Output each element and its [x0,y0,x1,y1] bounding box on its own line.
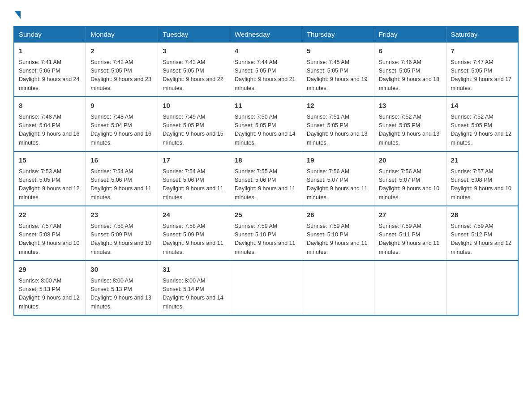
calendar-cell [446,261,518,315]
calendar-cell: 11 Sunrise: 7:50 AM Sunset: 5:05 PM Dayl… [230,97,302,151]
calendar-cell: 5 Sunrise: 7:45 AM Sunset: 5:05 PM Dayli… [302,42,374,97]
day-info: Sunrise: 7:41 AM Sunset: 5:06 PM Dayligh… [19,58,81,93]
calendar-header-monday: Monday [86,26,158,42]
calendar-cell: 10 Sunrise: 7:49 AM Sunset: 5:05 PM Dayl… [158,97,230,151]
day-info: Sunrise: 7:54 AM Sunset: 5:06 PM Dayligh… [90,167,153,202]
day-info: Sunrise: 7:44 AM Sunset: 5:05 PM Dayligh… [235,58,297,93]
calendar-header-friday: Friday [374,26,446,42]
logo-triangle-icon [14,11,21,19]
calendar-cell: 27 Sunrise: 7:59 AM Sunset: 5:11 PM Dayl… [374,206,446,261]
day-number: 21 [451,155,513,166]
calendar-week-row: 1 Sunrise: 7:41 AM Sunset: 5:06 PM Dayli… [14,42,518,97]
calendar-header-thursday: Thursday [302,26,374,42]
day-info: Sunrise: 7:59 AM Sunset: 5:10 PM Dayligh… [307,222,369,257]
calendar-header-sunday: Sunday [14,26,86,42]
day-number: 13 [379,101,442,111]
day-number: 3 [163,46,225,56]
calendar-cell: 30 Sunrise: 8:00 AM Sunset: 5:13 PM Dayl… [86,261,158,315]
logo [13,9,21,17]
day-number: 29 [19,265,81,275]
day-info: Sunrise: 7:56 AM Sunset: 5:07 PM Dayligh… [379,167,442,202]
day-number: 5 [307,46,369,56]
calendar-cell: 14 Sunrise: 7:52 AM Sunset: 5:05 PM Dayl… [446,97,518,151]
day-number: 4 [235,46,297,56]
day-info: Sunrise: 7:56 AM Sunset: 5:07 PM Dayligh… [307,167,369,202]
day-number: 23 [90,210,153,220]
day-info: Sunrise: 7:48 AM Sunset: 5:04 PM Dayligh… [90,113,153,148]
day-info: Sunrise: 8:00 AM Sunset: 5:13 PM Dayligh… [19,277,81,312]
calendar-cell: 31 Sunrise: 8:00 AM Sunset: 5:14 PM Dayl… [158,261,230,315]
calendar-cell: 4 Sunrise: 7:44 AM Sunset: 5:05 PM Dayli… [230,42,302,97]
calendar-header-saturday: Saturday [446,26,518,42]
calendar-cell: 1 Sunrise: 7:41 AM Sunset: 5:06 PM Dayli… [14,42,86,97]
calendar-table: SundayMondayTuesdayWednesdayThursdayFrid… [13,26,519,316]
calendar-cell: 9 Sunrise: 7:48 AM Sunset: 5:04 PM Dayli… [86,97,158,151]
day-number: 26 [307,210,369,220]
day-info: Sunrise: 7:48 AM Sunset: 5:04 PM Dayligh… [19,113,81,148]
calendar-cell: 29 Sunrise: 8:00 AM Sunset: 5:13 PM Dayl… [14,261,86,315]
day-number: 25 [235,210,297,220]
day-number: 20 [379,155,442,166]
day-number: 27 [379,210,442,220]
day-info: Sunrise: 7:54 AM Sunset: 5:06 PM Dayligh… [163,167,225,202]
day-info: Sunrise: 7:43 AM Sunset: 5:05 PM Dayligh… [163,58,225,93]
day-info: Sunrise: 7:52 AM Sunset: 5:05 PM Dayligh… [451,113,513,148]
day-info: Sunrise: 7:42 AM Sunset: 5:05 PM Dayligh… [90,58,153,93]
calendar-week-row: 22 Sunrise: 7:57 AM Sunset: 5:08 PM Dayl… [14,206,518,261]
day-info: Sunrise: 7:57 AM Sunset: 5:08 PM Dayligh… [19,222,81,257]
day-info: Sunrise: 7:55 AM Sunset: 5:06 PM Dayligh… [235,167,297,202]
day-info: Sunrise: 7:46 AM Sunset: 5:05 PM Dayligh… [379,58,442,93]
calendar-cell: 19 Sunrise: 7:56 AM Sunset: 5:07 PM Dayl… [302,151,374,206]
day-number: 2 [90,46,153,56]
day-number: 24 [163,210,225,220]
day-info: Sunrise: 8:00 AM Sunset: 5:14 PM Dayligh… [163,277,225,312]
day-number: 9 [90,101,153,111]
calendar-cell [230,261,302,315]
calendar-cell: 7 Sunrise: 7:47 AM Sunset: 5:05 PM Dayli… [446,42,518,97]
calendar-cell: 24 Sunrise: 7:58 AM Sunset: 5:09 PM Dayl… [158,206,230,261]
day-number: 10 [163,101,225,111]
day-info: Sunrise: 7:59 AM Sunset: 5:11 PM Dayligh… [379,222,442,257]
calendar-cell: 15 Sunrise: 7:53 AM Sunset: 5:05 PM Dayl… [14,151,86,206]
day-number: 15 [19,155,81,166]
calendar-cell: 2 Sunrise: 7:42 AM Sunset: 5:05 PM Dayli… [86,42,158,97]
calendar-cell: 17 Sunrise: 7:54 AM Sunset: 5:06 PM Dayl… [158,151,230,206]
calendar-cell: 12 Sunrise: 7:51 AM Sunset: 5:05 PM Dayl… [302,97,374,151]
day-info: Sunrise: 8:00 AM Sunset: 5:13 PM Dayligh… [90,277,153,312]
calendar-cell: 23 Sunrise: 7:58 AM Sunset: 5:09 PM Dayl… [86,206,158,261]
calendar-header-tuesday: Tuesday [158,26,230,42]
calendar-cell: 8 Sunrise: 7:48 AM Sunset: 5:04 PM Dayli… [14,97,86,151]
day-info: Sunrise: 7:49 AM Sunset: 5:05 PM Dayligh… [163,113,225,148]
day-info: Sunrise: 7:58 AM Sunset: 5:09 PM Dayligh… [90,222,153,257]
day-number: 1 [19,46,81,56]
day-info: Sunrise: 7:52 AM Sunset: 5:05 PM Dayligh… [379,113,442,148]
calendar-header-row: SundayMondayTuesdayWednesdayThursdayFrid… [14,26,518,42]
day-number: 16 [90,155,153,166]
calendar-header-wednesday: Wednesday [230,26,302,42]
day-number: 28 [451,210,513,220]
day-number: 7 [451,46,513,56]
day-number: 11 [235,101,297,111]
day-number: 22 [19,210,81,220]
day-number: 12 [307,101,369,111]
calendar-cell: 26 Sunrise: 7:59 AM Sunset: 5:10 PM Dayl… [302,206,374,261]
calendar-cell: 6 Sunrise: 7:46 AM Sunset: 5:05 PM Dayli… [374,42,446,97]
day-info: Sunrise: 7:59 AM Sunset: 5:10 PM Dayligh… [235,222,297,257]
day-info: Sunrise: 7:51 AM Sunset: 5:05 PM Dayligh… [307,113,369,148]
day-info: Sunrise: 7:50 AM Sunset: 5:05 PM Dayligh… [235,113,297,148]
page-header [13,9,519,17]
day-number: 18 [235,155,297,166]
calendar-cell: 20 Sunrise: 7:56 AM Sunset: 5:07 PM Dayl… [374,151,446,206]
calendar-week-row: 15 Sunrise: 7:53 AM Sunset: 5:05 PM Dayl… [14,151,518,206]
calendar-cell: 3 Sunrise: 7:43 AM Sunset: 5:05 PM Dayli… [158,42,230,97]
calendar-week-row: 8 Sunrise: 7:48 AM Sunset: 5:04 PM Dayli… [14,97,518,151]
calendar-cell: 28 Sunrise: 7:59 AM Sunset: 5:12 PM Dayl… [446,206,518,261]
day-number: 17 [163,155,225,166]
day-info: Sunrise: 7:57 AM Sunset: 5:08 PM Dayligh… [451,167,513,202]
calendar-cell: 16 Sunrise: 7:54 AM Sunset: 5:06 PM Dayl… [86,151,158,206]
calendar-cell: 22 Sunrise: 7:57 AM Sunset: 5:08 PM Dayl… [14,206,86,261]
day-info: Sunrise: 7:47 AM Sunset: 5:05 PM Dayligh… [451,58,513,93]
calendar-week-row: 29 Sunrise: 8:00 AM Sunset: 5:13 PM Dayl… [14,261,518,315]
day-info: Sunrise: 7:45 AM Sunset: 5:05 PM Dayligh… [307,58,369,93]
day-number: 30 [90,265,153,275]
